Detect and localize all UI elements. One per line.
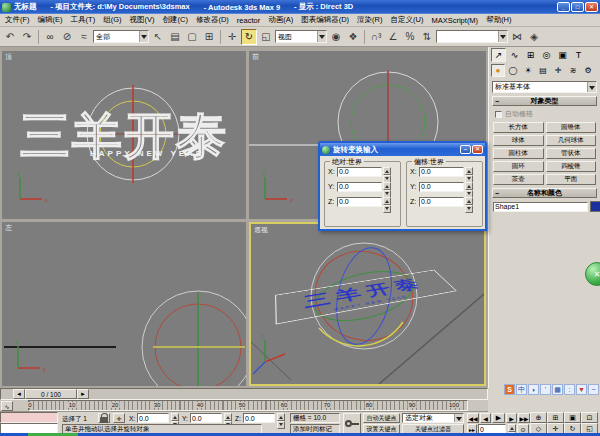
- rollout-object-type[interactable]: −对象类型: [492, 96, 597, 106]
- off-y-input[interactable]: [419, 182, 464, 192]
- menu-modifiers[interactable]: 修改器(D): [196, 15, 229, 25]
- menu-animation[interactable]: 动画(A): [268, 15, 293, 25]
- next-frame-icon[interactable]: ▶: [506, 413, 517, 423]
- x-coord-spinner[interactable]: [171, 413, 179, 423]
- menu-reactor[interactable]: reactor: [237, 16, 260, 25]
- sphere-button[interactable]: 球体: [493, 135, 544, 146]
- redo-icon[interactable]: ↷: [19, 29, 35, 45]
- off-y-spinner[interactable]: [465, 182, 473, 192]
- select-object-icon[interactable]: ↖: [150, 29, 166, 45]
- undo-icon[interactable]: ↶: [2, 29, 18, 45]
- viewport-perspective[interactable]: z 三羊开泰 HAPPY NEW YEAR 透视: [249, 222, 486, 386]
- viewport-label-front[interactable]: 前: [252, 52, 259, 62]
- spinner-snap-icon[interactable]: ⇅: [419, 29, 435, 45]
- track-bar-ruler[interactable]: [28, 400, 468, 411]
- rollout-name-color[interactable]: −名称和颜色: [492, 188, 597, 198]
- tab-create-icon[interactable]: ↗: [491, 48, 506, 62]
- align-icon[interactable]: ◈: [526, 29, 542, 45]
- dialog-close-icon[interactable]: ✕: [472, 145, 483, 154]
- viewport-label-perspective[interactable]: 透视: [254, 225, 268, 235]
- use-pivot-center-icon[interactable]: ◉: [328, 29, 344, 45]
- maxscript-mini-listener-pink[interactable]: [0, 412, 58, 423]
- cone-button[interactable]: 圆锥体: [546, 122, 597, 133]
- minimize-button[interactable]: _: [557, 2, 570, 12]
- tab-display-icon[interactable]: ▣: [555, 48, 570, 62]
- viewport-top[interactable]: x y 三羊开泰 HAPPY NEW YEAR 顶: [2, 51, 246, 219]
- primitive-category-dropdown[interactable]: 标准基本体: [492, 81, 597, 93]
- subtab-geometry-icon[interactable]: ●: [491, 64, 505, 77]
- time-slider-prev-icon[interactable]: ◄: [13, 389, 25, 399]
- dropdown-arrow-icon[interactable]: [498, 31, 507, 42]
- subtab-systems-icon[interactable]: ⚙: [581, 64, 595, 77]
- ime-fullwidth-icon[interactable]: ◗: [528, 384, 539, 395]
- ime-tools-icon[interactable]: ~: [588, 384, 599, 395]
- menu-views[interactable]: 视图(V): [130, 15, 155, 25]
- torus-button[interactable]: 圆环: [493, 161, 544, 172]
- object-color-swatch[interactable]: [590, 201, 600, 212]
- menu-file[interactable]: 文件(F): [5, 15, 30, 25]
- menu-graph-editors[interactable]: 图表编辑器(D): [301, 15, 349, 25]
- percent-snap-icon[interactable]: %: [402, 29, 418, 45]
- off-x-input[interactable]: [419, 167, 464, 177]
- unlink-selection-icon[interactable]: ⊘: [59, 29, 75, 45]
- go-to-end-icon[interactable]: ▶▶: [518, 413, 530, 423]
- abs-x-spinner[interactable]: [383, 167, 391, 177]
- viewport-left[interactable]: y z 左: [2, 222, 246, 386]
- abs-y-spinner[interactable]: [383, 182, 391, 192]
- menu-tools[interactable]: 工具(T): [71, 15, 96, 25]
- tab-utilities-icon[interactable]: T: [571, 48, 586, 62]
- bind-to-space-warp-icon[interactable]: ≈: [76, 29, 92, 45]
- play-button-icon[interactable]: ▶: [492, 413, 505, 423]
- viewport-text-object[interactable]: 三羊开泰: [20, 103, 228, 170]
- geosphere-button[interactable]: 几何球体: [546, 135, 597, 146]
- off-z-input[interactable]: [419, 197, 464, 207]
- rollout-collapse-icon[interactable]: −: [493, 190, 501, 197]
- time-slider[interactable]: ◄ 0 / 100 ►: [0, 388, 488, 400]
- selection-filter-dropdown[interactable]: 全部: [93, 30, 149, 43]
- subtab-helpers-icon[interactable]: ✛: [551, 64, 565, 77]
- reference-coordsys-dropdown[interactable]: 视图: [275, 30, 327, 43]
- menu-edit[interactable]: 编辑(E): [38, 15, 63, 25]
- menu-rendering[interactable]: 渲染(R): [357, 15, 382, 25]
- window-crossing-icon[interactable]: ⊞: [201, 29, 217, 45]
- menu-group[interactable]: 组(G): [103, 15, 121, 25]
- keying-target-dropdown[interactable]: 选定对象: [402, 413, 464, 423]
- viewport-label-top[interactable]: 顶: [5, 52, 12, 62]
- select-and-manipulate-icon[interactable]: ❖: [345, 29, 361, 45]
- dropdown-arrow-icon[interactable]: [317, 31, 326, 42]
- rotate-gizmo-left[interactable]: y z: [2, 222, 246, 386]
- menu-create[interactable]: 创建(C): [163, 15, 188, 25]
- ime-skin-icon[interactable]: ▼: [576, 384, 587, 395]
- time-slider-next-icon[interactable]: ►: [77, 389, 89, 399]
- menu-customize[interactable]: 自定义(U): [391, 15, 424, 25]
- dropdown-arrow-icon[interactable]: [139, 31, 148, 42]
- go-to-start-icon[interactable]: ◀◀: [467, 413, 479, 423]
- mini-curve-editor-icon[interactable]: ∿: [1, 401, 13, 411]
- mirror-icon[interactable]: ⋈: [509, 29, 525, 45]
- abs-z-input[interactable]: [337, 197, 382, 207]
- dialog-minimize-icon[interactable]: –: [460, 145, 471, 154]
- named-selection-sets-dropdown[interactable]: [436, 30, 508, 43]
- zoom-icon[interactable]: ⊕: [530, 412, 547, 423]
- auto-key-button[interactable]: 自动关键点: [363, 413, 400, 423]
- box-button[interactable]: 长方体: [493, 122, 544, 133]
- dialog-title-bar[interactable]: 旋转变换输入 – ✕: [320, 143, 485, 156]
- z-coord-input[interactable]: [243, 413, 275, 423]
- ime-punctuation-icon[interactable]: ': [540, 384, 551, 395]
- previous-frame-icon[interactable]: ◀: [480, 413, 491, 423]
- x-coord-input[interactable]: [137, 413, 169, 423]
- dropdown-arrow-icon[interactable]: [587, 82, 596, 92]
- subtab-spacewarps-icon[interactable]: ≋: [566, 64, 580, 77]
- tab-modify-icon[interactable]: ∿: [507, 48, 522, 62]
- subtab-shapes-icon[interactable]: ◯: [506, 64, 520, 77]
- menu-maxscript[interactable]: MAXScript(M): [431, 16, 478, 25]
- absolute-offset-toggle-button[interactable]: ✛: [113, 413, 125, 423]
- zoom-extents-icon[interactable]: ▣: [564, 412, 581, 423]
- dropdown-arrow-icon[interactable]: [454, 414, 463, 422]
- rectangular-selection-region-icon[interactable]: ▢: [184, 29, 200, 45]
- ime-sogou-icon[interactable]: S: [504, 384, 515, 395]
- ime-chinese-icon[interactable]: 中: [516, 384, 527, 395]
- y-coord-spinner[interactable]: [224, 413, 232, 423]
- z-coord-spinner[interactable]: [277, 413, 285, 423]
- plane-button[interactable]: 平面: [546, 174, 597, 185]
